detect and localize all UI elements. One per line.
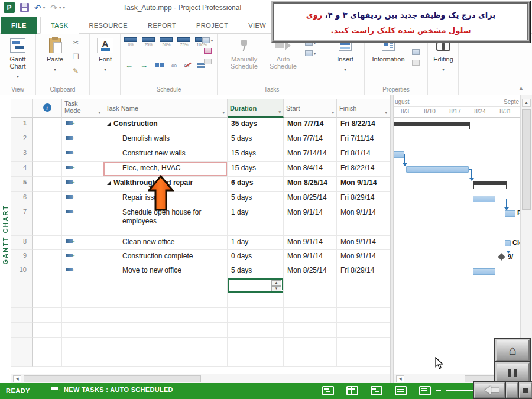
empty-cell[interactable]	[228, 308, 284, 323]
view-resource-sheet-icon[interactable]	[395, 386, 407, 395]
fill-handle[interactable]	[281, 290, 284, 293]
outdent-task-icon[interactable]: ←	[125, 61, 133, 70]
redo-dropdown-icon[interactable]: ▾	[59, 5, 61, 10]
vertical-scrollbar[interactable]: ▲	[520, 95, 532, 374]
row-number-9[interactable]: 9	[11, 250, 33, 264]
empty-cell[interactable]	[103, 352, 228, 367]
entry-finish-cell[interactable]	[337, 278, 390, 293]
duration-cell-10[interactable]: 5 days	[228, 264, 284, 278]
view-task-usage-icon[interactable]	[346, 386, 358, 395]
finish-cell-9[interactable]: Mon 9/1/14	[337, 250, 390, 264]
gantt-bar-task-4[interactable]	[406, 166, 469, 173]
start-cell-5[interactable]: Mon 8/25/14	[284, 177, 337, 192]
gantt-chart-button[interactable]: Gantt Chart▾	[1, 37, 34, 80]
player-pause-button[interactable]	[495, 362, 530, 383]
gantt-bar-task-3[interactable]	[394, 151, 404, 158]
info-cell-8[interactable]	[33, 236, 62, 250]
start-cell-3[interactable]: Mon 7/14/14	[284, 147, 337, 162]
view-gantt-icon[interactable]	[322, 386, 334, 395]
details-icon[interactable]	[412, 49, 420, 55]
font-button[interactable]: A Font▾	[89, 37, 122, 73]
finish-cell-2[interactable]: Fri 7/11/14	[337, 132, 390, 147]
player-home-button[interactable]: ⌂	[495, 339, 530, 361]
duration-cell-9[interactable]: 0 days	[228, 250, 284, 264]
empty-cell[interactable]	[11, 338, 33, 352]
task-mode-cell-7[interactable]	[62, 206, 103, 236]
add-to-timeline-icon[interactable]	[412, 60, 420, 66]
finish-cell-5[interactable]: Mon 9/1/14	[337, 177, 390, 192]
empty-cell[interactable]	[33, 308, 62, 323]
tab-file[interactable]: FILE	[1, 17, 37, 34]
undo-dropdown-icon[interactable]: ▾	[43, 5, 46, 10]
vertical-scroll-thumb[interactable]	[522, 109, 531, 210]
filter-dropdown-icon[interactable]: ▾	[278, 110, 281, 115]
undo-icon[interactable]: ↶	[34, 4, 41, 12]
info-cell-9[interactable]	[33, 250, 62, 264]
gantt-summary-bar-5[interactable]	[473, 181, 507, 185]
move-task-button[interactable]: ▾	[202, 37, 213, 43]
finish-cell-1[interactable]: Fri 8/22/14	[337, 118, 390, 132]
row-number-5[interactable]: 5	[11, 177, 33, 192]
task-name-cell-2[interactable]: Demolish walls	[103, 132, 228, 147]
finish-cell-10[interactable]: Fri 8/29/14	[337, 264, 390, 278]
empty-cell[interactable]	[62, 308, 103, 323]
spinner-down-icon[interactable]: ▼	[271, 286, 281, 291]
mark-on-track-icon[interactable]	[155, 63, 164, 68]
row-number-6[interactable]: 6	[11, 192, 33, 206]
task-name-cell-3[interactable]: Construct new walls	[103, 147, 228, 162]
filter-dropdown-icon[interactable]: ▾	[385, 111, 387, 115]
tab-task[interactable]: TASK	[40, 17, 79, 34]
duration-cell-4[interactable]: 15 days	[228, 162, 284, 177]
column-header-start[interactable]: Start▾	[284, 99, 337, 118]
filter-dropdown-icon[interactable]: ▾	[332, 111, 334, 115]
start-cell-8[interactable]: Mon 9/1/14	[284, 236, 337, 250]
start-cell-10[interactable]: Mon 8/25/14	[284, 264, 337, 278]
row-number-3[interactable]: 3	[11, 147, 33, 162]
task-name-cell-8[interactable]: Clean new office	[103, 236, 228, 250]
scroll-up-icon[interactable]: ▲	[522, 99, 531, 107]
duration-cell-7[interactable]: 1 day	[228, 206, 284, 236]
expanded-triangle-icon[interactable]	[107, 122, 111, 126]
player-blank-button[interactable]	[506, 382, 518, 398]
column-header-finish[interactable]: Finish▾	[337, 99, 390, 118]
move-mode-button[interactable]: ▾	[305, 50, 316, 56]
start-cell-1[interactable]: Mon 7/7/14	[284, 118, 337, 132]
task-mode-cell-3[interactable]	[62, 147, 103, 162]
entry-start-cell[interactable]	[284, 278, 337, 293]
empty-cell[interactable]	[103, 293, 228, 308]
gantt-bar-task-6[interactable]	[473, 196, 495, 202]
tab-resource[interactable]: RESOURCE	[79, 17, 138, 34]
entry-duration-cell-selected[interactable]: ▲▼	[228, 278, 284, 293]
manually-schedule-button[interactable]: Manually Schedule	[226, 37, 262, 70]
start-cell-9[interactable]: Mon 9/1/14	[284, 250, 337, 264]
task-name-cell-1[interactable]: Construction	[103, 118, 228, 132]
info-cell-5[interactable]	[33, 177, 62, 192]
row-number-2[interactable]: 2	[11, 132, 33, 147]
row-number-1[interactable]: 1	[11, 118, 33, 132]
empty-cell[interactable]	[228, 323, 284, 338]
start-cell-2[interactable]: Mon 7/7/14	[284, 132, 337, 147]
empty-cell[interactable]	[11, 352, 33, 367]
start-cell-7[interactable]: Mon 9/1/14	[284, 206, 337, 236]
save-icon[interactable]	[20, 3, 29, 12]
format-painter-icon[interactable]: ✎	[73, 67, 79, 75]
collapse-ribbon-icon[interactable]: ▲	[518, 85, 524, 91]
duration-cell-1[interactable]: 35 days	[228, 118, 284, 132]
row-number-8[interactable]: 8	[11, 236, 33, 250]
empty-cell[interactable]	[284, 338, 337, 352]
copy-icon[interactable]: ❐	[73, 53, 79, 61]
start-cell-4[interactable]: Mon 8/4/14	[284, 162, 337, 177]
empty-cell[interactable]	[103, 308, 228, 323]
empty-cell[interactable]	[62, 352, 103, 367]
new-tasks-mode-button[interactable]: NEW TASKS : AUTO SCHEDULED	[51, 386, 173, 393]
view-team-planner-icon[interactable]	[371, 386, 382, 395]
inactivate-icon[interactable]	[204, 59, 212, 64]
empty-cell[interactable]	[337, 323, 390, 338]
column-header-num[interactable]	[11, 99, 33, 118]
empty-cell[interactable]	[33, 293, 62, 308]
spinner-up-icon[interactable]: ▲	[271, 280, 281, 286]
view-report-icon[interactable]	[419, 386, 431, 395]
filter-dropdown-icon[interactable]: ▾	[222, 111, 225, 115]
empty-cell[interactable]	[228, 293, 284, 308]
info-cell-6[interactable]	[33, 192, 62, 206]
